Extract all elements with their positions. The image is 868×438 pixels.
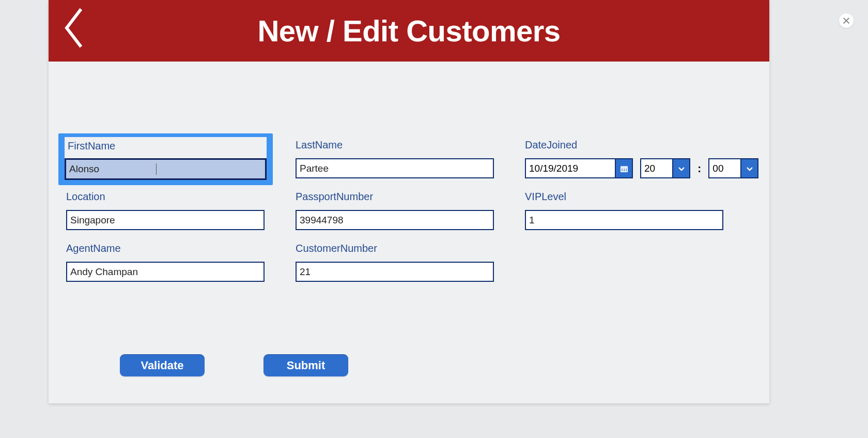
dialog-title: New / Edit Customers [257,13,560,48]
date-joined-date-box [525,158,633,178]
date-joined-label: DateJoined [525,139,745,151]
chevron-down-icon [677,164,686,173]
first-name-value: Alonso [69,163,99,175]
close-icon [843,18,849,24]
passport-number-input[interactable] [296,210,494,230]
minute-select [708,158,758,178]
hour-select [640,158,690,178]
vip-level-input[interactable] [525,210,723,230]
calendar-icon [620,164,628,173]
date-joined-date-input[interactable] [526,159,615,177]
last-name-field: LastName [296,139,494,178]
vip-level-field: VIPLevel [525,191,723,230]
customer-number-label: CustomerNumber [296,243,494,254]
first-name-input[interactable]: Alonso [65,158,267,180]
location-label: Location [66,191,265,203]
first-name-label: FirstName [68,140,267,152]
last-name-input[interactable] [296,158,494,178]
dialog-panel: New / Edit Customers FirstName Alonso La… [49,0,769,403]
validate-button[interactable]: Validate [120,354,205,376]
svg-rect-2 [622,169,623,170]
dialog-header: New / Edit Customers [49,0,769,62]
date-joined-field: DateJoined [525,139,745,178]
customer-number-input[interactable] [296,262,494,282]
passport-number-label: PassportNumber [296,191,494,203]
passport-number-field: PassportNumber [296,191,494,230]
svg-rect-6 [624,170,625,171]
svg-rect-4 [626,169,627,170]
close-button[interactable] [839,13,854,28]
svg-rect-1 [621,166,628,168]
time-separator: : [698,162,701,175]
vip-level-label: VIPLevel [525,191,723,203]
submit-button[interactable]: Submit [264,354,348,376]
agent-name-field: AgentName [66,243,265,282]
customer-form: FirstName Alonso LastName DateJoined [49,62,769,403]
svg-rect-7 [626,170,627,171]
svg-rect-5 [622,170,623,171]
minute-input[interactable] [709,159,740,177]
agent-name-label: AgentName [66,243,265,254]
chevron-left-icon [63,7,83,49]
back-button[interactable] [61,5,85,51]
chevron-down-icon [746,164,754,173]
customer-number-field: CustomerNumber [296,243,494,282]
minute-dropdown-button[interactable] [740,159,757,177]
date-picker-button[interactable] [615,159,632,177]
first-name-selection: FirstName Alonso [58,133,273,185]
hour-dropdown-button[interactable] [672,159,689,177]
text-caret-icon [156,163,157,175]
location-input[interactable] [66,210,265,230]
svg-rect-3 [624,169,625,170]
location-field: Location [66,191,265,230]
hour-input[interactable] [641,159,672,177]
last-name-label: LastName [296,139,494,151]
agent-name-input[interactable] [66,262,265,282]
